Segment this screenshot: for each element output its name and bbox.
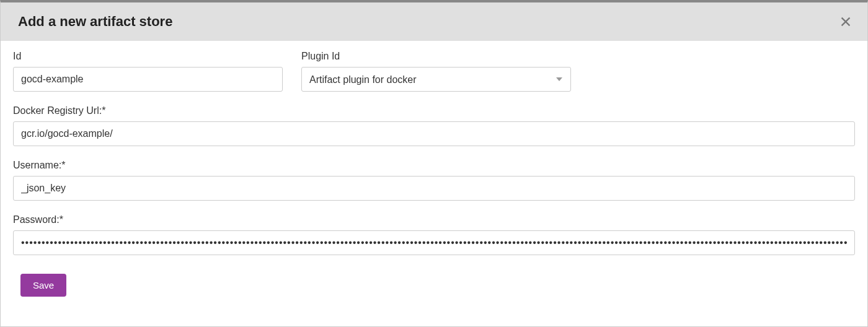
registry-url-field-group: Docker Registry Url:* bbox=[13, 105, 855, 146]
modal-title: Add a new artifact store bbox=[18, 14, 172, 30]
username-input[interactable] bbox=[13, 176, 855, 201]
plugin-label: Plugin Id bbox=[301, 51, 571, 62]
id-label: Id bbox=[13, 51, 283, 62]
top-row: Id Plugin Id Artifact plugin for docker bbox=[13, 51, 855, 92]
registry-url-label: Docker Registry Url:* bbox=[13, 105, 855, 116]
save-button[interactable]: Save bbox=[20, 274, 66, 297]
modal-header: Add a new artifact store bbox=[1, 2, 867, 41]
plugin-select-wrapper: Artifact plugin for docker bbox=[301, 67, 571, 92]
username-field-group: Username:* bbox=[13, 160, 855, 201]
username-label: Username:* bbox=[13, 160, 855, 171]
password-input[interactable] bbox=[13, 230, 855, 255]
id-field-group: Id bbox=[13, 51, 283, 92]
close-icon[interactable] bbox=[839, 15, 852, 28]
plugin-select[interactable]: Artifact plugin for docker bbox=[301, 67, 571, 92]
id-input[interactable] bbox=[13, 67, 283, 92]
modal-dialog: Add a new artifact store Id Plugin Id Ar… bbox=[0, 0, 868, 327]
plugin-field-group: Plugin Id Artifact plugin for docker bbox=[301, 51, 571, 92]
modal-body: Id Plugin Id Artifact plugin for docker … bbox=[1, 41, 867, 309]
button-row: Save bbox=[13, 274, 855, 297]
password-field-group: Password:* bbox=[13, 214, 855, 255]
password-label: Password:* bbox=[13, 214, 855, 225]
registry-url-input[interactable] bbox=[13, 121, 855, 146]
